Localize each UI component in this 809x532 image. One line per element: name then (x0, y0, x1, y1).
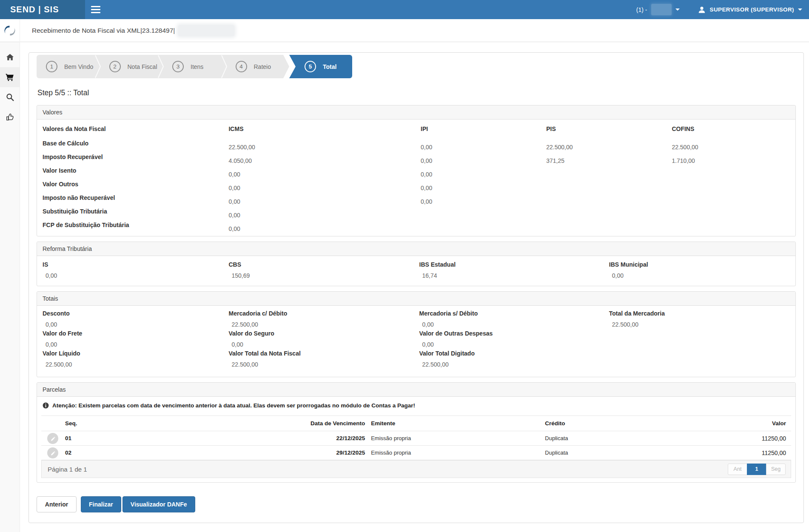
col-emitente: Emitente (365, 420, 545, 427)
step-label: Rateio (254, 63, 271, 70)
brand-logo (0, 19, 20, 42)
reforma-col-ibs-municipal: IBS Municipal 0,00 (609, 261, 790, 279)
field-label: Valor Líquido (43, 350, 228, 357)
field-label: IBS Municipal (609, 261, 790, 268)
edit-parcela-button[interactable] (47, 447, 58, 458)
pagination-next-button[interactable]: Seg (766, 464, 786, 475)
col-icms: ICMS (228, 125, 421, 132)
info-icon (43, 402, 49, 409)
valores-row: Valor Isento 0,00 0,00 (37, 164, 795, 177)
field-label: Valor do Frete (43, 330, 228, 337)
wizard-card: 1 Bem Vindo 2 Nota Fiscal (28, 52, 804, 523)
finalizar-button[interactable]: Finalizar (81, 496, 121, 512)
wizard-step-rateio[interactable]: 4 Rateio (226, 55, 290, 78)
field-value: 16,74 (419, 272, 609, 279)
row-label: FCP de Substituição Tributária (43, 222, 228, 228)
col-ipi: IPI (421, 125, 546, 132)
field-value: 22.500,00 (228, 361, 419, 368)
valores-row: Imposto não Recuperável 0,00 0,00 (37, 191, 795, 205)
wizard-step-total-active[interactable]: 5 Total (289, 55, 352, 78)
page-info: Página 1 de 1 (48, 466, 87, 473)
cell-vencimento: 29/12/2025 (260, 449, 365, 456)
sidebar-item-like[interactable] (0, 107, 20, 127)
step-number: 4 (236, 61, 247, 72)
cell-vencimento: 22/12/2025 (260, 435, 365, 441)
redacted-notification (651, 4, 672, 15)
panel-valores: Valores Valores da Nota Fiscal ICMS IPI … (37, 105, 796, 236)
chevron-separator-icon (221, 55, 228, 78)
sidebar (0, 42, 20, 532)
valores-row: Base de Cálculo 22.500,00 0,00 22.500,00… (37, 137, 795, 150)
redacted-title-text (178, 25, 234, 36)
field-value: 0,00 (43, 341, 228, 348)
field-label: IS (43, 261, 228, 268)
wizard-step-bem-vindo[interactable]: 1 Bem Vindo (37, 55, 100, 78)
edit-parcela-button[interactable] (47, 433, 58, 444)
cell-seq: 02 (65, 449, 260, 456)
valores-row: Imposto Recuperável 4.050,00 0,00 371,25… (37, 150, 795, 164)
cell-emitente: Emissão propria (365, 449, 545, 456)
row-label: Substituição Tributária (43, 208, 228, 215)
panel-parcelas: Parcelas Atenção: Existem parcelas com d… (37, 382, 796, 483)
value-ipi: 0,00 (421, 185, 546, 191)
wizard-step-nota-fiscal[interactable]: 2 Nota Fiscal (100, 55, 163, 78)
thumbs-up-icon (6, 113, 14, 121)
field-label: Valor do Seguro (228, 330, 419, 337)
field-label: CBS (228, 261, 419, 268)
step-heading: Step 5/5 :: Total (37, 88, 796, 97)
value-pis: 22.500,00 (546, 144, 672, 151)
field-value: 22.500,00 (609, 321, 790, 328)
send-logo-icon (4, 25, 15, 36)
value-ipi: 0,00 (421, 198, 546, 205)
valores-header-row: Valores da Nota Fiscal ICMS IPI PIS COFI… (37, 121, 795, 137)
step-number: 3 (172, 61, 184, 72)
parcelas-warning: Atenção: Existem parcelas com data de ve… (37, 397, 795, 411)
title-bar: Recebimento de Nota Fiscal via XML|23.12… (0, 19, 809, 42)
panel-reforma-title: Reforma Tributária (37, 242, 795, 256)
anterior-button[interactable]: Anterior (37, 496, 77, 512)
valores-row: Valor Outros 0,00 0,00 (37, 177, 795, 191)
field-label: Total da Mercadoria (609, 310, 790, 317)
chevron-separator-icon (157, 55, 164, 78)
field-value: 150,69 (228, 272, 419, 279)
col-seq: Seq. (65, 420, 260, 427)
field-label: Mercadoria c/ Débito (228, 310, 419, 317)
warning-text: Atenção: Existem parcelas com data de ve… (52, 402, 415, 409)
main-content: 1 Bem Vindo 2 Nota Fiscal (20, 42, 809, 532)
value-icms: 0,00 (228, 198, 421, 205)
field-label: Mercadoria s/ Débito (419, 310, 609, 317)
step-label: Total (323, 63, 336, 70)
col-vencimento: Data de Vencimento (260, 420, 365, 427)
sidebar-item-home[interactable] (0, 47, 20, 67)
visualizador-danfe-button[interactable]: Visualizador DANFe (122, 496, 195, 512)
step-number: 2 (109, 61, 121, 72)
pagination-prev-button[interactable]: Ant (728, 464, 747, 475)
page-title: Recebimento de Nota Fiscal via XML|23.12… (32, 27, 175, 34)
pagination-page-1-button[interactable]: 1 (747, 464, 766, 475)
sidebar-item-cart[interactable] (0, 67, 20, 87)
value-icms: 4.050,00 (228, 157, 421, 164)
cell-emitente: Emissão propria (365, 435, 545, 441)
pagination-group: Ant 1 Seg (728, 464, 786, 475)
row-label: Imposto não Recuperável (43, 194, 228, 201)
notification-dropdown[interactable]: (1) - (636, 4, 680, 15)
cell-valor: 11250,00 (710, 449, 791, 456)
field-value: 22.500,00 (228, 321, 419, 328)
value-ipi: 0,00 (421, 157, 546, 164)
parcelas-pagination-bar: Página 1 de 1 Ant 1 Seg (41, 460, 791, 478)
hamburger-icon[interactable] (85, 0, 106, 19)
user-icon (698, 6, 706, 14)
panel-totais-title: Totais (37, 292, 795, 306)
value-icms: 22.500,00 (228, 144, 421, 151)
step-label: Itens (191, 63, 203, 70)
wizard-steps-track: 1 Bem Vindo 2 Nota Fiscal (37, 55, 289, 78)
reforma-col-is: IS 0,00 (43, 261, 228, 279)
notification-count: (1) - (636, 6, 647, 13)
step-number: 1 (46, 61, 57, 72)
wizard-step-itens[interactable]: 3 Itens (163, 55, 226, 78)
field-label: Valor Total Digitado (419, 350, 609, 357)
cell-credito: Duplicata (545, 449, 710, 456)
user-menu[interactable]: SUPERVISOR (SUPERVISOR) (698, 6, 803, 14)
sidebar-item-search[interactable] (0, 87, 20, 107)
user-name: SUPERVISOR (SUPERVISOR) (710, 6, 795, 13)
